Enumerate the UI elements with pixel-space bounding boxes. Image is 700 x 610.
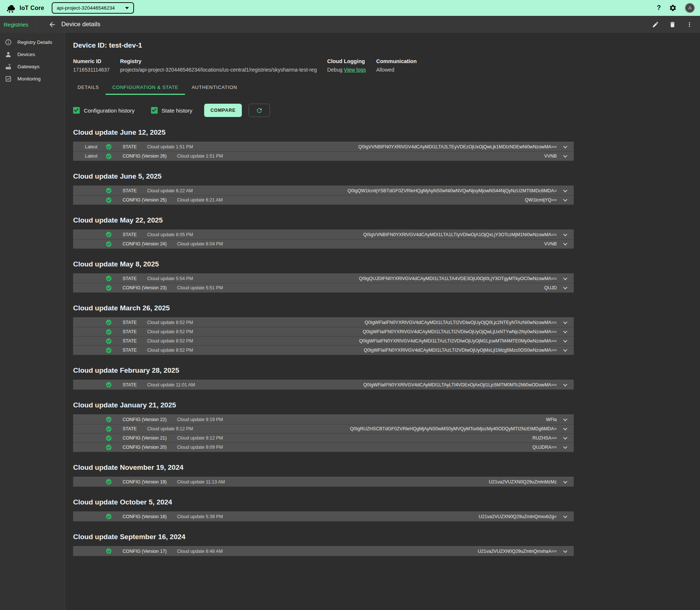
cloud-update-section: Cloud update March 26, 2025 STATE Cloud …	[73, 304, 574, 355]
history-rows: CONFIG (Version 19) Cloud update 11:13 A…	[73, 477, 574, 487]
top-app-bar: IoT Core api-project-320446546234 ? A	[0, 0, 700, 16]
cloud-update-section: Cloud update September 16, 2024 CONFIG (…	[73, 533, 574, 556]
chevron-down-icon	[563, 417, 567, 421]
row-value-base64: QUJD	[537, 285, 557, 290]
check-circle-icon	[106, 435, 111, 441]
expand-row-button[interactable]	[557, 340, 574, 342]
expand-row-button[interactable]	[557, 550, 574, 553]
history-row[interactable]: STATE Cloud update 8:52 PM Q0IgWFlaIFN0Y…	[73, 336, 574, 345]
history-row[interactable]: STATE Cloud update 6:22 AM Q0IgQW1lcmljY…	[73, 186, 574, 195]
expand-row-button[interactable]	[557, 189, 574, 192]
chevron-down-icon	[563, 435, 567, 440]
help-icon[interactable]: ?	[657, 4, 661, 12]
row-value-base64: VVNB	[537, 154, 557, 159]
row-value-base64: U21va2VUZXN0Q29uZmlnMzMz	[481, 479, 557, 485]
monitoring-icon	[5, 75, 12, 82]
history-row[interactable]: CONFIG (Version 22) Cloud update 9:19 PM…	[73, 415, 574, 424]
history-row[interactable]: CONFIG (Version 25) Cloud update 6:21 AM…	[73, 195, 574, 204]
row-type-label: CONFIG (Version 23)	[123, 285, 167, 290]
back-button[interactable]	[46, 18, 58, 31]
expand-row-button[interactable]	[557, 437, 574, 440]
expand-row-button[interactable]	[557, 383, 574, 386]
project-selector-value: api-project-320446546234	[57, 5, 115, 11]
row-update-time: Cloud update 5:39 PM	[177, 514, 223, 519]
cloud-update-section: Cloud update February 28, 2025 STATE Clo…	[73, 366, 574, 390]
history-row[interactable]: CONFIG (Version 18) Cloud update 5:39 PM…	[73, 512, 574, 521]
page-header: Registries Device details	[0, 16, 700, 33]
expand-row-button[interactable]	[557, 199, 574, 201]
expand-row-button[interactable]	[557, 286, 574, 289]
edit-button[interactable]	[649, 18, 662, 31]
tab-bar: DETAILS CONFIGURATION & STATE AUTHENTICA…	[71, 79, 574, 95]
registry-value: projects/api-project-320446546234/locati…	[120, 67, 317, 73]
history-row[interactable]: CONFIG (Version 17) Cloud update 8:48 AM…	[73, 547, 574, 556]
history-row[interactable]: STATE Cloud update 8:52 PM Q0IgWFlaIFN0Y…	[73, 327, 574, 336]
arrow-left-icon	[48, 21, 56, 28]
sidebar-item-registry-details[interactable]: Registry Details	[0, 36, 65, 48]
check-circle-icon	[106, 276, 111, 281]
chevron-down-icon	[563, 338, 567, 342]
expand-row-button[interactable]	[557, 155, 574, 158]
sidebar-item-devices[interactable]: Devices	[0, 48, 65, 61]
numeric-id-value: 1716531114637	[73, 67, 110, 73]
sidebar-item-gateways[interactable]: Gateways	[0, 61, 65, 73]
compare-button[interactable]: COMPARE	[204, 104, 242, 117]
configuration-history-checkbox[interactable]	[73, 107, 80, 114]
breadcrumb-registries[interactable]: Registries	[0, 16, 36, 33]
refresh-icon	[256, 107, 263, 114]
expand-row-button[interactable]	[557, 277, 574, 280]
avatar[interactable]: A	[685, 3, 695, 13]
sidebar-item-monitoring[interactable]: Monitoring	[0, 73, 65, 85]
history-row[interactable]: CONFIG (Version 23) Cloud update 5:51 PM…	[73, 283, 574, 292]
tab-configuration-and-state[interactable]: CONFIGURATION & STATE	[106, 79, 185, 95]
history-rows: STATE Cloud update 8:05 PM Q0IgVVNBIFN0Y…	[73, 230, 574, 249]
expand-row-button[interactable]	[557, 427, 574, 430]
row-value-base64: Q0IgQW1lcmljYSBTdGF0ZVRleHQgMjAyNS0wNi0w…	[340, 188, 557, 193]
sidebar-item-label: Monitoring	[17, 76, 41, 82]
history-rows: CONFIG (Version 18) Cloud update 5:39 PM…	[73, 511, 574, 521]
expand-row-button[interactable]	[557, 145, 574, 148]
history-row[interactable]: STATE Cloud update 11:01 AM Q0IgWFlaIFN0…	[73, 380, 574, 389]
chevron-down-icon	[563, 320, 567, 324]
expand-row-button[interactable]	[557, 242, 574, 245]
row-value-base64: U21va2VUZXN0Q29uZmlnQmxhaA==	[470, 549, 557, 554]
chevron-down-icon	[563, 276, 567, 280]
sidebar-item-label: Devices	[17, 52, 35, 57]
expand-row-button[interactable]	[557, 418, 574, 421]
tab-details[interactable]: DETAILS	[71, 79, 106, 95]
history-row[interactable]: STATE Cloud update 8:52 PM Q0IgWFlaIFN0Y…	[73, 318, 574, 327]
history-row[interactable]: STATE Cloud update 8:05 PM Q0IgVVNBIFN0Y…	[73, 230, 574, 239]
history-row[interactable]: CONFIG (Version 21) Cloud update 9:12 PM…	[73, 433, 574, 442]
view-logs-link[interactable]: View logs	[344, 67, 366, 73]
history-row[interactable]: Latest CONFIG (Version 26) Cloud update …	[73, 151, 574, 161]
expand-row-button[interactable]	[557, 233, 574, 236]
row-value-base64: Q0IgWFlaIFN0YXRlVGV4dCAyMDI1LTAzLTI2VDIw…	[356, 348, 557, 353]
state-history-checkbox[interactable]	[151, 107, 158, 114]
cloud-update-section: Cloud update November 19, 2024 CONFIG (V…	[73, 463, 574, 487]
history-rows: CONFIG (Version 17) Cloud update 8:48 AM…	[73, 546, 574, 556]
history-row[interactable]: CONFIG (Version 19) Cloud update 11:13 A…	[73, 477, 574, 486]
expand-row-button[interactable]	[557, 321, 574, 324]
history-rows: Latest STATE Cloud update 1:51 PM Q0IgVV…	[73, 142, 574, 161]
row-update-time: Cloud update 6:21 AM	[177, 197, 223, 203]
expand-row-button[interactable]	[557, 515, 574, 518]
expand-row-button[interactable]	[557, 446, 574, 449]
history-row[interactable]: CONFIG (Version 20) Cloud update 9:09 PM…	[73, 442, 574, 452]
row-update-time: Cloud update 8:52 PM	[147, 320, 193, 325]
history-row[interactable]: STATE Cloud update 5:54 PM Q0IgQUJDIFN0Y…	[73, 274, 574, 283]
gear-icon[interactable]	[669, 4, 677, 12]
delete-button[interactable]	[666, 18, 679, 31]
expand-row-button[interactable]	[557, 330, 574, 333]
history-row[interactable]: STATE Cloud update 9:12 PM Q0IgRUZHSCBTd…	[73, 424, 574, 433]
expand-row-button[interactable]	[557, 480, 574, 483]
refresh-button[interactable]	[248, 104, 270, 117]
history-row[interactable]: STATE Cloud update 8:52 PM Q0IgWFlaIFN0Y…	[73, 345, 574, 355]
history-row[interactable]: Latest STATE Cloud update 1:51 PM Q0IgVV…	[73, 142, 574, 151]
row-update-time: Cloud update 11:13 AM	[177, 479, 225, 485]
more-options-button[interactable]	[683, 18, 696, 31]
expand-row-button[interactable]	[557, 349, 574, 352]
tab-authentication[interactable]: AUTHENTICATION	[185, 79, 244, 95]
row-update-time: Cloud update 1:51 PM	[147, 144, 193, 149]
history-row[interactable]: CONFIG (Version 24) Cloud update 8:04 PM…	[73, 239, 574, 248]
project-selector[interactable]: api-project-320446546234	[52, 2, 134, 14]
